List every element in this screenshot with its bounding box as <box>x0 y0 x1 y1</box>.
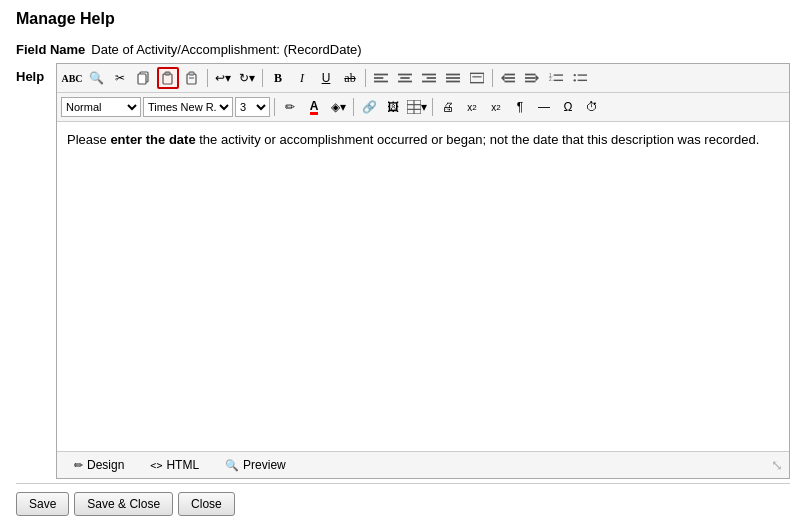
html-icon: <> <box>150 460 162 471</box>
editor-paragraph: Please enter the date the activity or ac… <box>67 130 779 150</box>
toolbar-row2: Normal Heading 1 Heading 2 Times New R..… <box>57 93 789 122</box>
paste-btn[interactable] <box>157 67 179 89</box>
insert-image-btn[interactable]: 🖼 <box>382 96 404 118</box>
unordered-list-btn[interactable] <box>569 67 591 89</box>
highlight-color-btn[interactable]: ◈▾ <box>327 96 349 118</box>
ordered-list-btn[interactable]: 1.2. <box>545 67 567 89</box>
svg-rect-1 <box>138 74 146 84</box>
help-section: Help ABC 🔍 ✂ ↩▾ ↻▾ B <box>16 63 790 479</box>
preview-icon: 🔍 <box>225 459 239 472</box>
svg-rect-5 <box>189 72 194 75</box>
spell-btn[interactable]: ABC <box>61 67 83 89</box>
insert-table-btn[interactable]: ▾ <box>406 96 428 118</box>
svg-marker-24 <box>501 75 505 82</box>
tab-html-label: HTML <box>166 458 199 472</box>
close-button[interactable]: Close <box>178 492 235 516</box>
align-right-btn[interactable] <box>418 67 440 89</box>
redo-dropdown-btn[interactable]: ↻▾ <box>236 67 258 89</box>
editor-container: ABC 🔍 ✂ ↩▾ ↻▾ B I U ab <box>56 63 790 479</box>
align-left-btn[interactable] <box>370 67 392 89</box>
timestamp-btn[interactable]: ⏱ <box>581 96 603 118</box>
tab-html[interactable]: <> HTML <box>139 454 210 476</box>
font-select[interactable]: Times New R... Arial Courier New <box>143 97 233 117</box>
svg-point-35 <box>574 79 576 81</box>
size-select[interactable]: 3 124567 <box>235 97 270 117</box>
bold-btn[interactable]: B <box>267 67 289 89</box>
format-marks-btn[interactable]: ¶ <box>509 96 531 118</box>
pencil-btn[interactable]: ✏ <box>279 96 301 118</box>
field-name-value: Date of Activity/Accomplishment: (Record… <box>91 42 361 57</box>
insert-link-btn[interactable]: 🔗 <box>358 96 380 118</box>
find-btn[interactable]: 🔍 <box>85 67 107 89</box>
help-label: Help <box>16 63 56 479</box>
italic-btn[interactable]: I <box>291 67 313 89</box>
editor-footer: ✏ Design <> HTML 🔍 Preview ⤡ <box>57 451 789 478</box>
resize-handle[interactable]: ⤡ <box>771 457 783 473</box>
editor-text-after: the activity or accomplishment occurred … <box>196 132 760 147</box>
page-title: Manage Help <box>16 10 790 28</box>
svg-rect-3 <box>165 72 170 75</box>
font-color-btn[interactable]: A <box>303 96 325 118</box>
save-button[interactable]: Save <box>16 492 69 516</box>
cut-btn[interactable]: ✂ <box>109 67 131 89</box>
svg-rect-19 <box>470 73 484 82</box>
field-name-row: Field Name Date of Activity/Accomplishme… <box>16 42 790 57</box>
horiz-rule-btn[interactable]: — <box>533 96 555 118</box>
svg-point-33 <box>574 74 576 76</box>
editor-content-area[interactable]: Please enter the date the activity or ac… <box>57 122 789 451</box>
style-select[interactable]: Normal Heading 1 Heading 2 <box>61 97 141 117</box>
strikethrough-btn[interactable]: ab <box>339 67 361 89</box>
field-name-label: Field Name <box>16 42 85 57</box>
subscript-btn[interactable]: x2 <box>485 96 507 118</box>
save-close-button[interactable]: Save & Close <box>74 492 173 516</box>
align-justify-btn[interactable] <box>442 67 464 89</box>
editor-text-bold: enter the date <box>110 132 195 147</box>
copy-btn[interactable] <box>133 67 155 89</box>
special-chars-btn[interactable]: Ω <box>557 96 579 118</box>
tab-preview[interactable]: 🔍 Preview <box>214 454 297 476</box>
print-btn[interactable]: 🖨 <box>437 96 459 118</box>
tab-design-label: Design <box>87 458 124 472</box>
tab-preview-label: Preview <box>243 458 286 472</box>
superscript-btn[interactable]: x2 <box>461 96 483 118</box>
paste-plain-btn[interactable] <box>181 67 203 89</box>
undo-dropdown-btn[interactable]: ↩▾ <box>212 67 234 89</box>
align-block-btn[interactable] <box>466 67 488 89</box>
design-icon: ✏ <box>74 459 83 472</box>
editor-text-plain: Please <box>67 132 110 147</box>
svg-marker-28 <box>536 75 540 82</box>
outdent-btn[interactable] <box>497 67 519 89</box>
underline-btn[interactable]: U <box>315 67 337 89</box>
action-bar: Save Save & Close Close <box>16 483 790 520</box>
tab-design[interactable]: ✏ Design <box>63 454 135 476</box>
svg-text:2.: 2. <box>549 78 553 83</box>
align-center-btn[interactable] <box>394 67 416 89</box>
indent-btn[interactable] <box>521 67 543 89</box>
toolbar-row1: ABC 🔍 ✂ ↩▾ ↻▾ B I U ab <box>57 64 789 93</box>
